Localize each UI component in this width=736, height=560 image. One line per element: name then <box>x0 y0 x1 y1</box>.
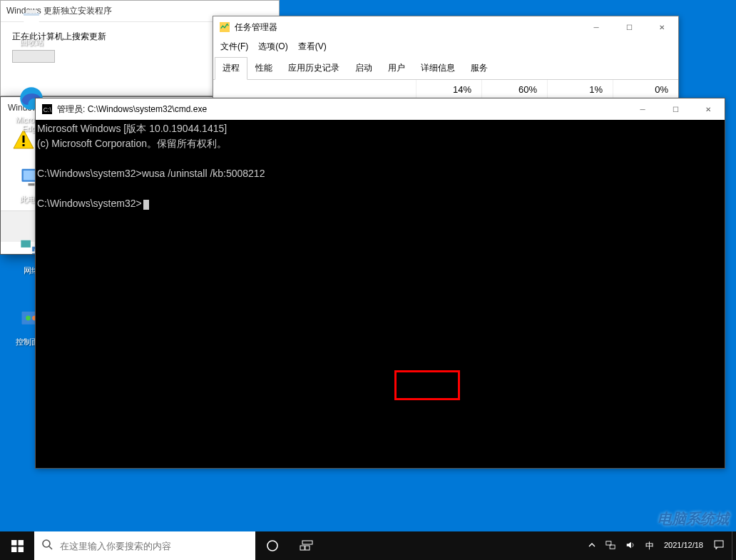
svg-rect-25 <box>606 541 611 545</box>
mem-percent[interactable]: 60% <box>481 80 547 98</box>
window-title: 任务管理器 <box>235 21 277 34</box>
maximize-button[interactable]: ☐ <box>613 16 645 38</box>
cmd-window[interactable]: C:\ 管理员: C:\Windows\system32\cmd.exe ─ ☐… <box>35 98 725 469</box>
svg-rect-24 <box>302 541 312 544</box>
tab-performance[interactable]: 性能 <box>247 57 280 79</box>
cursor <box>143 200 149 210</box>
svg-rect-18 <box>18 546 23 551</box>
tab-users[interactable]: 用户 <box>380 57 413 79</box>
svg-point-21 <box>267 541 277 551</box>
svg-rect-4 <box>29 183 35 185</box>
svg-rect-23 <box>305 546 310 550</box>
progress-bar <box>12 50 55 63</box>
desktop-icon-recycle-bin[interactable]: 回收站 <box>11 6 51 48</box>
watermark: 电脑系统城 <box>658 509 729 529</box>
show-desktop-button[interactable] <box>732 531 736 560</box>
svg-rect-13 <box>23 136 25 143</box>
tab-services[interactable]: 服务 <box>463 57 496 79</box>
svg-rect-14 <box>23 144 25 146</box>
svg-rect-17 <box>11 546 16 551</box>
tab-app-history[interactable]: 应用历史记录 <box>280 57 347 79</box>
svg-rect-22 <box>300 546 305 550</box>
cmd-output[interactable]: Microsoft Windows [版本 10.0.19044.1415] (… <box>36 120 725 468</box>
system-tray: 中 2021/12/18 <box>581 531 732 560</box>
svg-point-19 <box>43 540 50 547</box>
svg-rect-0 <box>26 10 36 14</box>
menu-file[interactable]: 文件(F) <box>220 41 248 53</box>
svg-text:C:\: C:\ <box>44 106 52 113</box>
icon-label: 回收站 <box>11 37 51 48</box>
taskmgr-icon <box>219 21 230 33</box>
tab-details[interactable]: 详细信息 <box>413 57 463 79</box>
svg-rect-15 <box>11 540 16 545</box>
svg-line-20 <box>49 546 52 549</box>
action-center-icon[interactable] <box>713 539 725 552</box>
taskmgr-header-row: 14% 60% 1% 0% <box>213 80 678 98</box>
close-button[interactable]: ✕ <box>692 98 725 120</box>
cmd-icon: C:\ <box>41 103 53 115</box>
tray-volume-icon[interactable] <box>625 540 635 551</box>
svg-rect-26 <box>610 545 615 549</box>
tray-network-icon[interactable] <box>605 540 615 551</box>
cmd-titlebar[interactable]: C:\ 管理员: C:\Windows\system32\cmd.exe ─ ☐… <box>36 98 725 120</box>
task-manager-titlebar[interactable]: 任务管理器 ─ ☐ ✕ <box>213 16 678 38</box>
svg-rect-27 <box>715 541 723 547</box>
svg-point-8 <box>26 315 31 320</box>
taskbar-search[interactable] <box>34 531 255 560</box>
search-icon <box>41 539 53 553</box>
svg-rect-16 <box>18 540 23 545</box>
menu-view[interactable]: 查看(V) <box>298 41 327 53</box>
window-title: 管理员: C:\Windows\system32\cmd.exe <box>57 103 207 116</box>
search-input[interactable] <box>60 541 248 551</box>
maximize-button[interactable]: ☐ <box>659 98 692 120</box>
tray-ime-icon[interactable]: 中 <box>645 540 654 552</box>
taskbar-clock[interactable]: 2021/12/18 <box>664 541 703 550</box>
net-percent[interactable]: 0% <box>613 80 678 98</box>
svg-rect-5 <box>21 240 31 248</box>
tab-startup[interactable]: 启动 <box>347 57 380 79</box>
cortana-button[interactable] <box>255 531 290 560</box>
close-button[interactable]: ✕ <box>645 16 678 38</box>
menu-options[interactable]: 选项(O) <box>258 41 287 53</box>
recycle-bin-icon <box>17 6 46 34</box>
disk-percent[interactable]: 1% <box>547 80 613 98</box>
tab-processes[interactable]: 进程 <box>215 57 247 80</box>
task-view-button[interactable] <box>290 531 324 560</box>
start-button[interactable] <box>0 531 34 560</box>
taskbar: 中 2021/12/18 <box>0 531 736 560</box>
minimize-button[interactable]: ─ <box>580 16 613 38</box>
cpu-percent[interactable]: 14% <box>416 80 481 98</box>
taskmgr-tabs: 进程 性能 应用历史记录 启动 用户 详细信息 服务 <box>213 57 678 80</box>
tray-chevron-up-icon[interactable] <box>588 541 596 550</box>
menu-bar: 文件(F) 选项(O) 查看(V) <box>213 38 678 57</box>
minimize-button[interactable]: ─ <box>626 98 659 120</box>
